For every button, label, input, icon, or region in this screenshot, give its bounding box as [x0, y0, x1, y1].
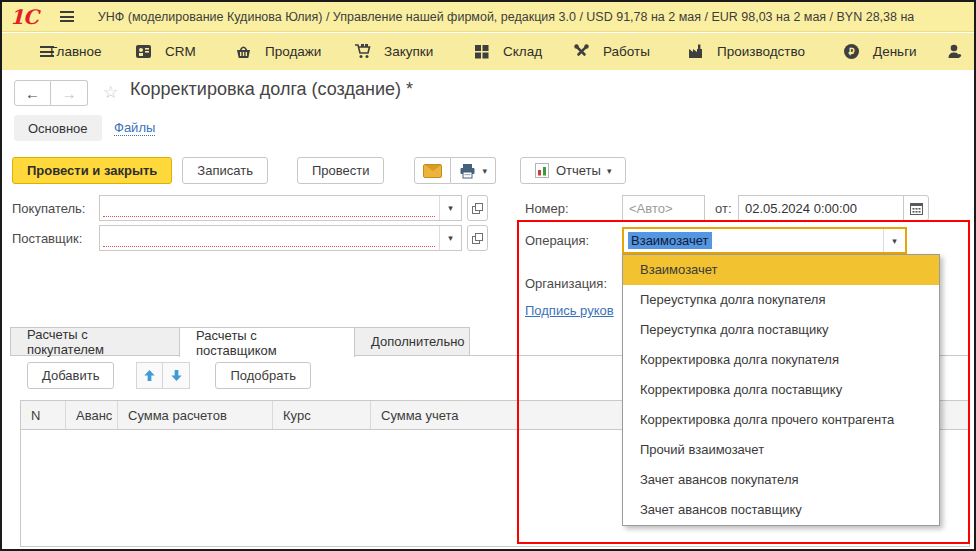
caret-down-icon: ▾	[892, 236, 897, 246]
pick-button[interactable]: Подобрать	[215, 362, 310, 389]
sections-burger-icon[interactable]	[18, 33, 54, 70]
operation-dropdown-list: Взаимозачет Переуступка долга покупателя…	[622, 254, 940, 526]
caret-down-icon: ▾	[448, 233, 453, 243]
col-header-summa-raschetov[interactable]: Сумма расчетов	[118, 401, 273, 429]
app-window: 1С УНФ (моделирование Кудинова Юлия) / У…	[0, 0, 976, 551]
operation-selected-value: Взаимозачет	[628, 232, 712, 249]
production-factory-icon	[687, 43, 704, 60]
person-icon	[946, 43, 963, 60]
history-nav: ← →	[14, 80, 88, 106]
money-ruble-icon: ₽	[843, 43, 860, 60]
dropdown-item[interactable]: Переуступка долга покупателя	[623, 285, 939, 315]
post-button[interactable]: Провести	[297, 157, 385, 184]
menu-item-production[interactable]: Производство	[687, 33, 805, 70]
buyer-input[interactable]	[100, 196, 439, 220]
crm-icon	[135, 43, 152, 60]
dropdown-item[interactable]: Корректировка долга прочего контрагента	[623, 405, 939, 435]
command-bar: Провести и закрыть Записать Провести ▾	[12, 157, 626, 184]
open-form-icon	[472, 203, 483, 214]
table-toolbar: Добавить Подобрать	[27, 362, 311, 389]
page-title: Корректировка долга (создание) *	[130, 79, 413, 100]
tab-supplier-settlements[interactable]: Расчеты с поставщиком	[179, 327, 355, 357]
buyer-label: Покупатель:	[12, 201, 85, 216]
save-button[interactable]: Записать	[182, 157, 268, 184]
date-calendar-button[interactable]	[903, 195, 929, 221]
add-row-button[interactable]: Добавить	[27, 362, 114, 389]
number-input[interactable]	[623, 196, 704, 220]
organization-label: Организация:	[525, 276, 607, 291]
report-chart-icon	[535, 163, 549, 178]
sales-basket-icon	[235, 43, 252, 60]
tab-files[interactable]: Файлы	[102, 115, 167, 141]
dropdown-item[interactable]: Зачет авансов поставщику	[623, 495, 939, 525]
menu-item-purchases[interactable]: Закупки	[354, 33, 433, 70]
menu-item-sales[interactable]: Продажи	[235, 33, 321, 70]
number-field	[622, 195, 705, 221]
warehouse-icon	[473, 43, 490, 60]
menu-item-warehouse[interactable]: Склад	[473, 33, 542, 70]
supplier-label: Поставщик:	[12, 231, 82, 246]
reports-button[interactable]: Отчеты ▾	[520, 157, 626, 184]
menu-item-staff[interactable]	[946, 33, 963, 70]
arrow-up-icon	[143, 369, 156, 382]
window-title: УНФ (моделирование Кудинова Юлия) / Упра…	[98, 10, 914, 24]
works-tools-icon	[573, 43, 590, 60]
dropdown-item[interactable]: Переуступка долга поставщику	[623, 315, 939, 345]
favorite-star-icon[interactable]: ☆	[103, 82, 118, 103]
calendar-icon	[910, 202, 923, 215]
operation-label: Операция:	[525, 233, 589, 248]
envelope-icon	[423, 164, 442, 178]
supplier-field: ▾	[99, 225, 462, 251]
printer-icon	[459, 163, 476, 179]
tab-additional[interactable]: Дополнительно	[354, 327, 470, 356]
menu-item-crm[interactable]: CRM	[135, 33, 196, 70]
1c-logo-icon: 1С	[10, 5, 38, 29]
move-up-button[interactable]	[136, 362, 163, 389]
caret-down-icon: ▾	[448, 203, 453, 213]
dropdown-item[interactable]: Корректировка долга покупателя	[623, 345, 939, 375]
title-bar: 1С УНФ (моделирование Кудинова Юлия) / У…	[2, 2, 974, 32]
arrow-down-icon	[170, 369, 183, 382]
dropdown-item[interactable]: Зачет авансов покупателя	[623, 465, 939, 495]
caret-down-icon: ▾	[482, 166, 487, 176]
date-field	[738, 195, 904, 221]
caret-down-icon: ▾	[607, 166, 612, 176]
buyer-field: ▾	[99, 195, 462, 221]
back-button[interactable]: ←	[14, 80, 51, 106]
manager-signature-link[interactable]: Подпись руков	[525, 303, 614, 318]
section-menu-bar: Главное CRM Продажи	[2, 33, 974, 70]
menu-item-main[interactable]: Главное	[50, 33, 102, 70]
col-header-n[interactable]: N	[21, 401, 66, 429]
post-and-close-button[interactable]: Провести и закрыть	[12, 157, 172, 184]
supplier-dropdown-button[interactable]: ▾	[439, 226, 461, 250]
operation-dropdown-button[interactable]: ▾	[883, 229, 905, 252]
col-header-avans[interactable]: Аванс	[66, 401, 118, 429]
menu-item-works[interactable]: Работы	[573, 33, 650, 70]
send-print-group: ▾	[414, 157, 496, 184]
number-label: Номер:	[525, 201, 569, 216]
open-form-icon	[472, 233, 483, 244]
buyer-open-button[interactable]	[467, 195, 488, 221]
forward-button[interactable]: →	[51, 80, 88, 106]
dropdown-item[interactable]: Взаимозачет	[623, 255, 939, 285]
operation-combobox[interactable]: Взаимозачет ▾	[622, 227, 907, 254]
dropdown-item[interactable]: Прочий взаимозачет	[623, 435, 939, 465]
tab-buyer-settlements[interactable]: Расчеты с покупателем	[10, 327, 180, 356]
print-button[interactable]: ▾	[451, 157, 496, 184]
svg-text:₽: ₽	[848, 46, 854, 57]
menu-item-money[interactable]: ₽ Деньги	[843, 33, 917, 70]
tab-main[interactable]: Основное	[14, 115, 102, 141]
supplier-open-button[interactable]	[467, 225, 488, 251]
move-down-button[interactable]	[163, 362, 190, 389]
send-email-button[interactable]	[414, 157, 451, 184]
date-input[interactable]	[739, 196, 903, 220]
col-header-kurs[interactable]: Курс	[273, 401, 371, 429]
buyer-dropdown-button[interactable]: ▾	[439, 196, 461, 220]
date-label: от:	[715, 201, 732, 216]
main-menu-burger-icon[interactable]	[60, 11, 74, 22]
supplier-input[interactable]	[100, 226, 439, 250]
purchases-cart-icon	[354, 43, 371, 60]
dropdown-item[interactable]: Корректировка долга поставщику	[623, 375, 939, 405]
